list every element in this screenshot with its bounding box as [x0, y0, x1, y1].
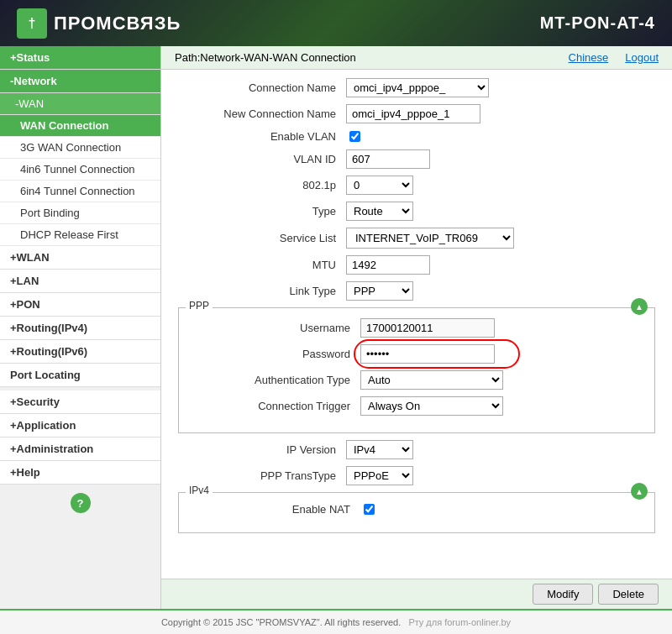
connection-trigger-label: Connection Trigger [192, 400, 360, 412]
sidebar: +Status -Network -WAN WAN Connection 3G … [0, 46, 161, 609]
link-type-label: Link Type [178, 285, 346, 297]
action-bar: Modify Delete [161, 579, 672, 609]
password-highlight [360, 344, 495, 364]
ppp-section-box: PPP ▲ Username Password [178, 307, 655, 433]
logo: † ПРОМСВЯЗЬ [17, 8, 181, 39]
device-title: MT-PON-AT-4 [540, 13, 655, 33]
ppp-transtype-label: PPP TransType [178, 469, 346, 482]
enable-vlan-label: Enable VLAN [178, 130, 346, 143]
username-input[interactable] [360, 318, 495, 338]
ppp-section-label: PPP [186, 300, 213, 312]
enable-vlan-row: Enable VLAN [178, 130, 655, 143]
enable-nat-label: Enable NAT [192, 503, 360, 516]
sidebar-item-routing-ipv6[interactable]: +Routing(IPv6) [0, 340, 160, 364]
footer: Copyright © 2015 JSC "PROMSVYAZ". All ri… [0, 609, 672, 634]
sidebar-item-help[interactable]: +Help [0, 461, 160, 485]
delete-button[interactable]: Delete [598, 584, 659, 605]
connection-trigger-select[interactable]: Always On [360, 396, 503, 416]
service-list-label: Service List [178, 232, 346, 244]
enable-nat-row: Enable NAT [192, 503, 641, 516]
ipv4-arrow: ▲ [631, 483, 648, 500]
service-list-select[interactable]: INTERNET_VoIP_TR069 [346, 228, 514, 249]
ip-version-label: IP Version [178, 443, 346, 456]
sidebar-item-port-locating[interactable]: Port Locating [0, 364, 160, 387]
connection-name-select[interactable]: omci_ipv4_pppoe_ [346, 78, 489, 97]
sidebar-item-wan[interactable]: -WAN [0, 93, 160, 115]
logout-link[interactable]: Logout [625, 51, 659, 64]
sidebar-item-3g-wan[interactable]: 3G WAN Connection [0, 137, 160, 159]
username-label: Username [192, 322, 360, 334]
breadcrumb-bar: Path:Network-WAN-WAN Connection Chinese … [161, 46, 672, 70]
main-content: Path:Network-WAN-WAN Connection Chinese … [161, 46, 672, 609]
ip-version-select[interactable]: IPv4 [346, 440, 413, 459]
logo-text: ПРОМСВЯЗЬ [54, 13, 181, 34]
new-connection-name-input[interactable] [346, 104, 480, 123]
new-connection-name-label: New Connection Name [178, 107, 346, 120]
sidebar-item-pon[interactable]: +PON [0, 293, 160, 317]
ipv4-section-label: IPv4 [186, 485, 213, 496]
password-row: Password [192, 344, 641, 364]
mtu-input[interactable] [346, 255, 430, 275]
form-content: Connection Name omci_ipv4_pppoe_ New Con… [161, 70, 672, 579]
service-list-row: Service List INTERNET_VoIP_TR069 [178, 228, 655, 249]
link-type-row: Link Type PPP [178, 281, 655, 301]
sidebar-item-network[interactable]: -Network [0, 70, 160, 93]
connection-name-label: Connection Name [178, 81, 346, 94]
password-label: Password [192, 348, 360, 360]
connection-trigger-row: Connection Trigger Always On [192, 396, 641, 416]
sidebar-item-wan-connection[interactable]: WAN Connection [0, 115, 160, 137]
breadcrumb-links: Chinese Logout [569, 51, 659, 64]
link-type-select[interactable]: PPP [346, 281, 413, 301]
sidebar-item-security[interactable]: +Security [0, 390, 160, 414]
copyright-text: Copyright © 2015 JSC "PROMSVYAZ". All ri… [161, 617, 401, 627]
enable-vlan-checkbox[interactable] [349, 131, 360, 142]
sidebar-item-status[interactable]: +Status [0, 46, 160, 70]
vlan-id-row: VLAN ID [178, 149, 655, 169]
ip-version-row: IP Version IPv4 [178, 440, 655, 459]
sidebar-item-6in4[interactable]: 6in4 Tunnel Connection [0, 181, 160, 202]
auth-type-label: Authentication Type [192, 374, 360, 386]
enable-nat-checkbox[interactable] [364, 504, 375, 515]
ppp-transtype-select[interactable]: PPPoE [346, 466, 413, 485]
auth-type-row: Authentication Type Auto [192, 370, 641, 390]
logo-icon: † [17, 8, 47, 39]
type-select[interactable]: Route [346, 202, 413, 221]
sidebar-item-administration[interactable]: +Administration [0, 438, 160, 461]
mtu-row: MTU [178, 255, 655, 275]
help-button[interactable]: ? [71, 493, 91, 513]
ppp-transtype-row: PPP TransType PPPoE [178, 466, 655, 485]
username-row: Username [192, 318, 641, 338]
dot1p-select[interactable]: 0 [346, 176, 413, 195]
ppp-collapse-button[interactable]: ▲ [631, 298, 648, 315]
vlan-id-input[interactable] [346, 149, 430, 169]
header: † ПРОМСВЯЗЬ MT-PON-AT-4 [0, 0, 672, 46]
sidebar-item-routing-ipv4[interactable]: +Routing(IPv4) [0, 317, 160, 340]
ipv4-section-box: IPv4 ▲ Enable NAT [178, 492, 655, 533]
mtu-label: MTU [178, 259, 346, 271]
ipv4-collapse-button[interactable]: ▲ [631, 483, 648, 500]
password-input[interactable] [360, 344, 495, 364]
auth-type-select[interactable]: Auto [360, 370, 503, 390]
new-connection-name-row: New Connection Name [178, 104, 655, 123]
ppp-arrow: ▲ [631, 298, 648, 315]
watermark-text: Ртy для forum-onliner.by [408, 617, 511, 627]
sidebar-item-application[interactable]: +Application [0, 414, 160, 438]
sidebar-item-dhcp-release[interactable]: DHCP Release First [0, 224, 160, 246]
dot1p-row: 802.1p 0 [178, 176, 655, 195]
breadcrumb: Path:Network-WAN-WAN Connection [175, 51, 356, 64]
sidebar-item-wlan[interactable]: +WLAN [0, 246, 160, 270]
sidebar-item-4in6[interactable]: 4in6 Tunnel Connection [0, 159, 160, 181]
connection-name-row: Connection Name omci_ipv4_pppoe_ [178, 78, 655, 97]
vlan-id-label: VLAN ID [178, 153, 346, 165]
type-row: Type Route [178, 202, 655, 221]
main-layout: +Status -Network -WAN WAN Connection 3G … [0, 46, 672, 609]
chinese-link[interactable]: Chinese [569, 51, 609, 64]
sidebar-item-port-binding[interactable]: Port Binding [0, 202, 160, 224]
sidebar-item-lan[interactable]: +LAN [0, 270, 160, 293]
modify-button[interactable]: Modify [533, 584, 593, 605]
type-label: Type [178, 205, 346, 217]
dot1p-label: 802.1p [178, 179, 346, 191]
